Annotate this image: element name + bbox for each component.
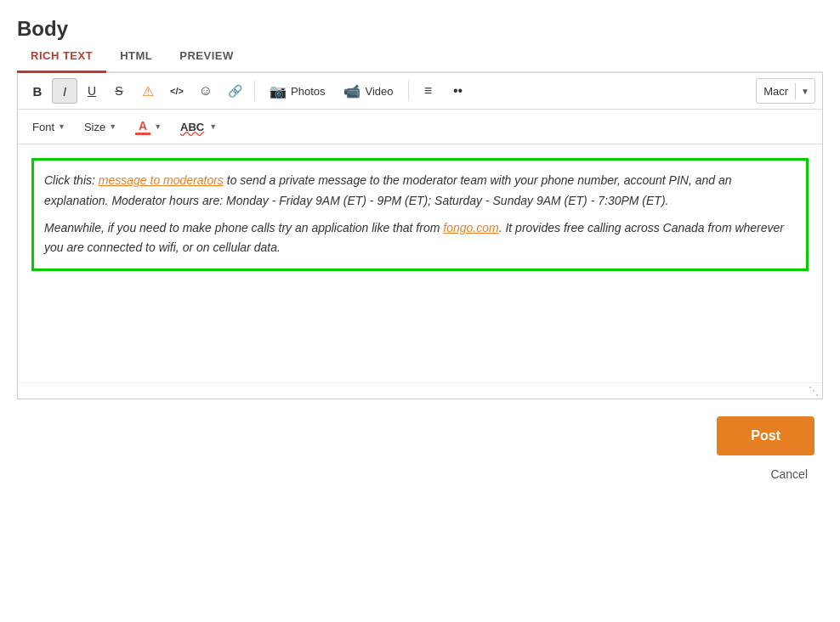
- camera-icon: 📷: [270, 83, 287, 99]
- color-bar: [135, 133, 150, 135]
- editor-spacer: [31, 278, 809, 363]
- highlighted-content: Click this: message to moderators to sen…: [31, 158, 809, 271]
- underline-button[interactable]: U: [79, 78, 105, 104]
- content-paragraph2: Meanwhile, if you need to make phone cal…: [44, 218, 796, 259]
- italic-button[interactable]: I: [52, 78, 77, 104]
- photos-button[interactable]: 📷 Photos: [262, 78, 332, 104]
- warning-wrapper: ⚠: [135, 78, 161, 104]
- spell-arrow-icon: ▼: [209, 122, 217, 131]
- spell-icon: ABC: [180, 121, 204, 133]
- color-arrow-icon: ▼: [154, 122, 162, 131]
- photos-label: Photos: [291, 85, 325, 98]
- size-dropdown[interactable]: Size ▼: [77, 115, 124, 139]
- editor-resize: ⋱: [18, 382, 822, 399]
- intro-text: Click this:: [44, 173, 99, 187]
- macro-arrow-icon[interactable]: ▼: [795, 83, 814, 99]
- video-label: Video: [365, 85, 393, 98]
- separator2: [408, 81, 409, 101]
- macro-label: Macr: [757, 82, 795, 101]
- footer-actions: Post Cancel: [17, 416, 823, 484]
- post-button[interactable]: Post: [717, 416, 814, 455]
- spell-check-dropdown[interactable]: ABC ▼: [173, 115, 224, 139]
- macro-dropdown[interactable]: Macr ▼: [756, 78, 815, 104]
- emoji-button[interactable]: ☺: [193, 78, 219, 104]
- color-label: A: [139, 119, 147, 133]
- toolbar-row2: Font ▼ Size ▼ A ▼ ABC ▼: [18, 110, 822, 144]
- resize-handle[interactable]: ⋱: [809, 385, 819, 397]
- size-label: Size: [84, 121, 105, 133]
- video-button[interactable]: 📹 Video: [336, 78, 400, 104]
- font-dropdown[interactable]: Font ▼: [25, 115, 73, 139]
- font-label: Font: [32, 121, 54, 133]
- editor-body[interactable]: Click this: message to moderators to sen…: [18, 144, 822, 382]
- tab-html[interactable]: HTML: [106, 41, 166, 73]
- tab-preview[interactable]: PREVIEW: [166, 41, 247, 73]
- color-indicator-wrapper: A: [135, 119, 150, 135]
- separator1: [254, 81, 255, 101]
- link-button[interactable]: 🔗: [222, 78, 247, 104]
- ordered-list-button[interactable]: ≡: [416, 78, 441, 104]
- editor-container: B I U S ⚠ </> ☺ 🔗 📷 Photos 📹 Video ≡ •• …: [17, 73, 823, 399]
- content-paragraph1: Click this: message to moderators to sen…: [44, 171, 796, 212]
- strikethrough-button[interactable]: S: [106, 78, 132, 104]
- page-title: Body: [17, 17, 823, 41]
- unordered-list-button[interactable]: ••: [445, 78, 470, 104]
- font-arrow-icon: ▼: [58, 122, 65, 131]
- warning-button[interactable]: ⚠: [135, 78, 161, 104]
- editor-tabs: RICH TEXT HTML PREVIEW: [17, 41, 823, 73]
- fongo-link[interactable]: fongo.com: [443, 221, 498, 235]
- bold-button[interactable]: B: [25, 78, 50, 104]
- tab-rich-text[interactable]: RICH TEXT: [17, 41, 106, 73]
- color-dropdown[interactable]: A ▼: [128, 115, 169, 139]
- toolbar-row1: B I U S ⚠ </> ☺ 🔗 📷 Photos 📹 Video ≡ •• …: [18, 73, 822, 110]
- video-icon: 📹: [343, 83, 360, 99]
- size-arrow-icon: ▼: [109, 122, 116, 131]
- format-buttons: B I U S: [25, 78, 132, 104]
- cancel-button[interactable]: Cancel: [763, 464, 814, 484]
- moderators-link[interactable]: message to moderators: [99, 173, 224, 187]
- para2-start: Meanwhile, if you need to make phone cal…: [44, 221, 443, 235]
- code-button[interactable]: </>: [164, 78, 190, 104]
